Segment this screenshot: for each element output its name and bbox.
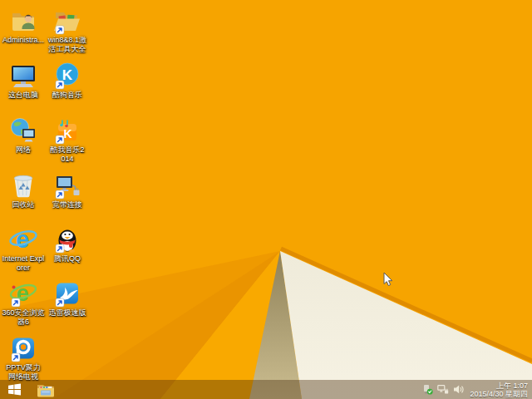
- xunlei-bird-icon: [52, 279, 82, 308]
- kuwo-k-icon: K: [52, 116, 82, 145]
- computer-icon: [8, 62, 38, 90]
- desktop-icon-internet-explorer[interactable]: e Internet Explorer: [2, 225, 45, 272]
- globe-network-icon: [8, 116, 38, 145]
- icon-label: 这台电脑: [2, 91, 45, 100]
- icon-label: Internet Explorer: [2, 254, 45, 272]
- icon-label: 腾讯QQ: [46, 254, 89, 264]
- mouse-cursor-icon: [383, 272, 394, 288]
- icon-label: Administra...: [2, 36, 45, 45]
- shortcut-arrow-icon: [56, 81, 64, 89]
- shortcut-arrow-icon: [56, 298, 64, 307]
- kugou-k-icon: K: [52, 62, 82, 90]
- icon-label: 宽带连接: [46, 200, 89, 209]
- icon-label: 360安全浏览器6: [2, 308, 45, 326]
- taskbar: 上午 1:07 2015/4/30 星期四: [0, 380, 532, 399]
- desktop-icon-network[interactable]: 网络: [2, 116, 45, 155]
- folder-user-icon: [8, 7, 38, 35]
- windows-logo-icon: [8, 383, 21, 396]
- network-tray-icon[interactable]: [437, 384, 449, 395]
- icon-label: 酷狗音乐: [46, 91, 89, 100]
- system-tray: [422, 384, 464, 395]
- icon-label: 回收站: [2, 200, 45, 209]
- shortcut-arrow-icon: [56, 244, 64, 253]
- pptv-p-icon: [8, 334, 38, 362]
- desktop-icon-this-pc[interactable]: 这台电脑: [2, 62, 45, 100]
- shortcut-arrow-icon: [12, 298, 20, 307]
- recycle-bin-icon: [8, 171, 38, 200]
- icon-label: 迅雷极速版: [46, 308, 89, 318]
- desktop-icon-kuwo-music-2014[interactable]: K 酷我音乐2014: [46, 116, 89, 163]
- icon-label: 网络: [2, 145, 45, 155]
- desktop-icon-pptv[interactable]: PPTV聚力 网络电视: [2, 334, 45, 381]
- svg-text:e: e: [16, 226, 29, 253]
- desktop-icon-recycle-bin[interactable]: 回收站: [2, 171, 45, 209]
- start-button[interactable]: [0, 380, 28, 399]
- desktop-icon-broadband-connection[interactable]: 宽带连接: [46, 171, 89, 209]
- desktop-icon-tencent-qq[interactable]: 腾讯QQ: [46, 225, 89, 264]
- qq-penguin-icon: [52, 225, 82, 254]
- desktop-icon-360-safe-browser[interactable]: e 360安全浏览器6: [2, 279, 45, 326]
- clock-time: 上午 1:07: [470, 382, 528, 390]
- clock-date: 2015/4/30 星期四: [470, 390, 528, 398]
- desktop-icon-xunlei-speed[interactable]: 迅雷极速版: [46, 279, 89, 318]
- svg-text:K: K: [63, 127, 71, 140]
- taskbar-file-explorer-button[interactable]: [33, 380, 58, 399]
- icon-label: win8&8.1激活工具大全: [46, 36, 89, 53]
- file-explorer-icon: [37, 382, 55, 397]
- desktop-icon-administrator-folder[interactable]: Administra...: [2, 7, 45, 45]
- taskbar-clock[interactable]: 上午 1:07 2015/4/30 星期四: [470, 382, 528, 398]
- desktop-icon-win8-activation-tools[interactable]: win8&8.1激活工具大全: [46, 7, 89, 53]
- ie-e-icon: e: [8, 225, 38, 254]
- 360-browser-e-icon: e: [8, 279, 38, 308]
- icon-label: 酷我音乐2014: [49, 145, 86, 163]
- desktop: Administra... win8&8.1激活工具大全 这台电脑: [0, 0, 532, 399]
- shortcut-arrow-icon: [12, 353, 20, 362]
- desktop-icon-kugou-music[interactable]: K 酷狗音乐: [46, 62, 89, 100]
- shortcut-arrow-icon: [56, 135, 64, 144]
- folder-apps-icon: [52, 7, 82, 35]
- volume-icon[interactable]: [453, 384, 464, 395]
- shortcut-arrow-icon: [56, 190, 64, 199]
- icon-label: PPTV聚力 网络电视: [2, 363, 45, 381]
- svg-text:K: K: [62, 67, 73, 83]
- safely-remove-hardware-icon[interactable]: [422, 384, 433, 395]
- broadband-monitor-icon: [52, 171, 82, 200]
- shortcut-arrow-icon: [56, 26, 64, 34]
